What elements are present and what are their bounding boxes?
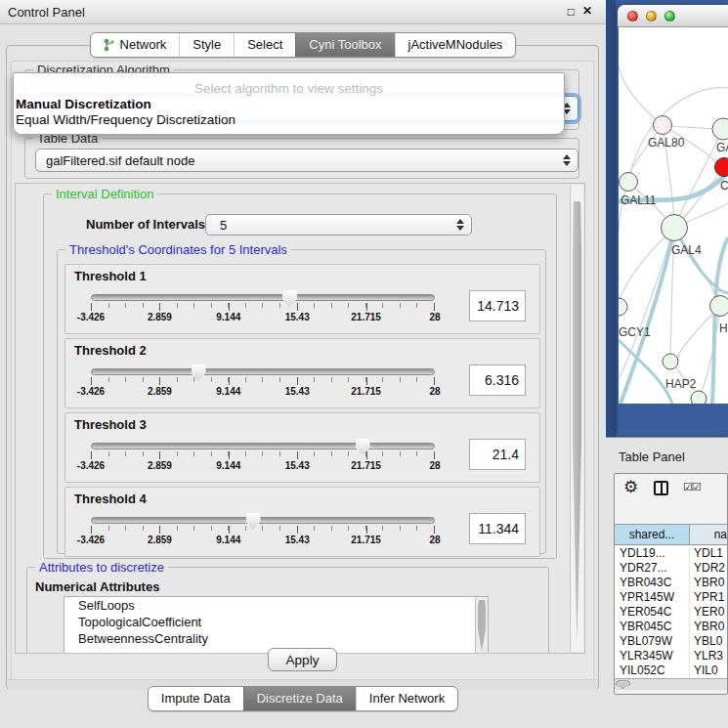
- network-window-titlebar[interactable]: [618, 5, 728, 27]
- dropdown-option-manual[interactable]: Manual Discretization: [14, 96, 564, 111]
- select-columns-icon[interactable]: [654, 481, 668, 495]
- threshold-4-slider: -3.4262.8599.14415.4321.71528: [91, 517, 435, 545]
- threshold-2-value-field[interactable]: [469, 364, 526, 396]
- threshold-1-slider: -3.4262.8599.14415.4321.71528: [91, 294, 435, 322]
- tab-impute-data-label: Impute Data: [161, 691, 231, 706]
- apply-row: Apply: [7, 648, 598, 679]
- tab-style[interactable]: Style: [179, 33, 234, 57]
- column-header-name[interactable]: na: [690, 525, 728, 544]
- table-horizontal-scrollbar[interactable]: [615, 678, 728, 690]
- node-gal11: [620, 173, 638, 192]
- attributes-to-discretize-group: Attributes to discretize Numerical Attri…: [26, 567, 549, 654]
- table-row[interactable]: YDR27...YDR2: [615, 561, 728, 576]
- table-row[interactable]: YBR045CYBR0: [615, 620, 728, 634]
- number-of-intervals-combobox[interactable]: 5: [205, 214, 472, 236]
- threshold-1-label: Threshold 1: [74, 269, 147, 283]
- interval-definition-group: Interval Definition Number of Intervals …: [43, 193, 557, 559]
- tab-discretize-data-label: Discretize Data: [257, 691, 343, 706]
- svg-text:HAP2: HAP2: [665, 377, 697, 391]
- slider-track[interactable]: [91, 294, 435, 301]
- table-row[interactable]: YBL079WYBL0: [615, 634, 728, 649]
- panel-title: Control Panel: [8, 5, 85, 20]
- threshold-3-panel: Threshold 3 -3.4262.8599.14415.4321.7152…: [64, 412, 540, 483]
- tab-network-label: Network: [120, 37, 167, 52]
- threshold-2-label: Threshold 2: [74, 343, 147, 358]
- column-header-shared-name[interactable]: shared...: [615, 525, 690, 544]
- close-icon[interactable]: ✕: [582, 4, 592, 18]
- svg-text:GAL4: GAL4: [671, 243, 702, 257]
- table-row[interactable]: YER054CYER0: [615, 605, 728, 620]
- settings-vertical-scrollbar[interactable]: [570, 185, 583, 652]
- node-red-selected: [715, 158, 728, 177]
- threshold-3-value-field[interactable]: [469, 439, 526, 470]
- node-gal80: [654, 116, 672, 135]
- svg-text:GAL80: GAL80: [648, 136, 685, 150]
- slider-track[interactable]: [91, 368, 435, 375]
- tab-infer-network[interactable]: Infer Network: [356, 687, 457, 710]
- slider-ticks: [91, 377, 435, 385]
- slider-track[interactable]: [91, 517, 435, 524]
- threshold-4-panel: Threshold 4 -3.4262.8599.14415.4321.7152…: [64, 487, 540, 557]
- close-traffic-light[interactable]: [627, 11, 638, 21]
- network-graph: GAL80 GA C GAL11 GAL4 H GCY1 HAP2: [619, 27, 728, 404]
- network-canvas[interactable]: GAL80 GA C GAL11 GAL4 H GCY1 HAP2: [619, 27, 728, 404]
- control-panel: Control Panel □ ✕ Network Style Se: [0, 0, 606, 728]
- list-item[interactable]: SelfLoops: [64, 597, 488, 614]
- scrollbar-thumb[interactable]: [573, 201, 581, 643]
- top-tab-group: Network Style Select Cyni Toolbox jActiv…: [90, 32, 517, 58]
- table-panel: Table Panel ⚙ ☑☑ shared... na YDL19...YD…: [606, 437, 728, 728]
- network-icon: [104, 38, 115, 52]
- combo-arrows-icon: [456, 219, 464, 231]
- tab-infer-network-label: Infer Network: [369, 691, 445, 706]
- node-bottom: [691, 391, 707, 404]
- table-row[interactable]: YPR145WYPR1: [615, 590, 728, 605]
- numerical-attributes-label: Numerical Attributes: [35, 579, 159, 594]
- list-scrollbar[interactable]: [475, 597, 488, 654]
- bottom-tab-group: Impute Data Discretize Data Infer Networ…: [148, 686, 458, 711]
- cyni-toolbox-panel: Discretization Algorithm Select algorith…: [6, 45, 599, 690]
- tab-select[interactable]: Select: [234, 33, 295, 57]
- minimize-traffic-light[interactable]: [646, 11, 657, 21]
- threshold-2-panel: Threshold 2 -3.4262.8599.14415.4321.7152…: [64, 338, 540, 408]
- threshold-coordinates-group: Threshold's Coordinates for 5 Intervals …: [57, 249, 546, 554]
- apply-button[interactable]: Apply: [268, 648, 338, 671]
- dropdown-placeholder-option[interactable]: Select algorithm to view settings: [14, 73, 564, 96]
- table-row[interactable]: YDL19...YDL1: [615, 546, 728, 561]
- scrollbar-thumb[interactable]: [616, 680, 630, 689]
- tab-cyni-toolbox[interactable]: Cyni Toolbox: [295, 33, 394, 57]
- numerical-attributes-list: SelfLoops TopologicalCoefficient Between…: [64, 596, 489, 654]
- tab-network[interactable]: Network: [91, 33, 180, 57]
- float-icon[interactable]: □: [568, 5, 575, 19]
- table-row[interactable]: YBR043CYBR0: [615, 576, 728, 590]
- table-data-combobox[interactable]: galFiltered.sif default node: [35, 149, 578, 172]
- threshold-4-value-field[interactable]: [469, 513, 526, 544]
- table-row[interactable]: YIL052CYIL0: [615, 664, 728, 678]
- tab-jactivemnodules-label: jActiveMNodules: [408, 37, 503, 52]
- slider-track[interactable]: [91, 443, 435, 450]
- select-all-checkboxes-icon[interactable]: ☑☑: [683, 481, 701, 493]
- table-data-group: Table Data galFiltered.sif default node: [24, 138, 579, 179]
- control-panel-titlebar: Control Panel □ ✕: [0, 0, 606, 24]
- tab-style-label: Style: [193, 37, 221, 52]
- gear-icon[interactable]: ⚙: [623, 477, 638, 497]
- threshold-1-value-field[interactable]: [469, 290, 526, 321]
- node-top-right: [712, 118, 728, 140]
- node-gal4: [662, 215, 688, 241]
- svg-text:GCY1: GCY1: [619, 325, 651, 339]
- threshold-3-slider: -3.4262.8599.14415.4321.71528: [91, 443, 435, 471]
- dropdown-option-equal-width[interactable]: Equal Width/Frequency Discretization: [14, 111, 564, 127]
- background-strip: [606, 0, 616, 437]
- network-view-window: GAL80 GA C GAL11 GAL4 H GCY1 HAP2: [618, 5, 728, 435]
- tab-jactivemnodules[interactable]: jActiveMNodules: [395, 33, 516, 57]
- tab-impute-data[interactable]: Impute Data: [149, 687, 243, 710]
- threshold-4-label: Threshold 4: [74, 492, 147, 506]
- tab-discretize-data[interactable]: Discretize Data: [243, 687, 356, 710]
- svg-text:GA: GA: [716, 141, 728, 154]
- list-item[interactable]: BetweennessCentrality: [64, 630, 488, 647]
- slider-ticks: [91, 451, 435, 459]
- zoom-traffic-light[interactable]: [664, 11, 675, 21]
- settings-scrollpane: Interval Definition Number of Intervals …: [15, 183, 585, 654]
- table-row[interactable]: YLR345WYLR3: [615, 649, 728, 664]
- slider-scale-labels: -3.4262.8599.14415.4321.71528: [91, 386, 435, 397]
- list-item[interactable]: TopologicalCoefficient: [64, 614, 488, 630]
